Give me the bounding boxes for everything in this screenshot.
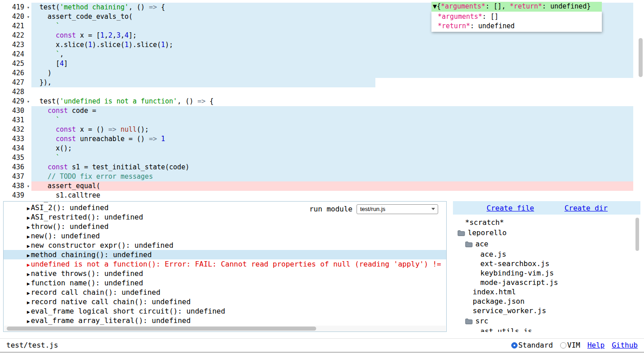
expand-triangle-icon[interactable]: ▶ (27, 262, 30, 268)
code-line[interactable]: 436 const s1 = test_initial_state(code) (0, 163, 633, 172)
code-line[interactable]: 434 x(); (0, 144, 633, 153)
file-item[interactable]: package.json (453, 297, 640, 306)
expand-triangle-icon[interactable]: ▶ (27, 300, 30, 306)
radio-icon[interactable] (511, 342, 518, 349)
results-hscroll-thumb[interactable] (7, 327, 316, 331)
test-result-item[interactable]: ▶undefined is not a function(): Error: F… (4, 259, 446, 269)
code-token: { (205, 97, 213, 105)
code-token: assert_equal( (31, 182, 100, 190)
code-token (31, 22, 56, 30)
file-item[interactable]: keybinding-vim.js (453, 268, 640, 278)
code-token: const (56, 135, 76, 143)
file-item[interactable]: service_worker.js (453, 306, 640, 315)
line-number: 432 (0, 125, 31, 134)
line-number: 429▾ (0, 97, 31, 106)
code-token (31, 125, 56, 133)
code-token (31, 154, 56, 162)
code-line[interactable]: 427 }), (0, 78, 633, 87)
test-result-item[interactable]: ▶method chaining(): undefined (4, 250, 446, 259)
code-token: ` (56, 22, 60, 30)
code-line[interactable]: 431 ` (0, 116, 633, 125)
expand-triangle-icon[interactable]: ▶ (27, 319, 30, 324)
tree-item-label: ext-searchbox.js (480, 259, 549, 268)
expand-triangle-icon[interactable]: ▶ (27, 281, 30, 287)
code-token: const (48, 107, 68, 115)
code-line[interactable]: 422 const x = [1,2,3,4]; (0, 31, 633, 40)
code-token: , () (177, 97, 197, 105)
test-result-label: record native call chain(): undefined (31, 297, 191, 306)
results-hscroll-track[interactable] (4, 326, 446, 331)
file-item[interactable]: index.html (453, 287, 640, 297)
test-result-item[interactable]: ▶eval_frame logical short circuit(): und… (4, 306, 446, 316)
tooltip-value-row[interactable]: *arguments*: [] (438, 12, 602, 22)
expand-triangle-icon[interactable]: ▶ (27, 271, 30, 277)
code-line[interactable]: 423 x.slice(1).slice(1).slice(1); (0, 40, 633, 50)
expand-triangle-icon[interactable]: ▶ (27, 253, 30, 258)
fold-icon[interactable]: ▾ (27, 3, 30, 12)
code-line[interactable]: 432 const x = () => null(); (0, 125, 633, 134)
run-module-select[interactable]: test/run.js (357, 204, 438, 214)
code-line[interactable]: 424 `, (0, 50, 633, 59)
expand-triangle-icon[interactable]: ▶ (27, 290, 30, 296)
help-link[interactable]: Help (587, 341, 605, 349)
expand-triangle-icon[interactable]: ▶ (27, 215, 30, 221)
create-file-link[interactable]: Create file (487, 203, 534, 213)
run-module-select-wrap: test/run.js (357, 204, 438, 214)
code-token: [ (31, 60, 60, 68)
code-line[interactable]: 437 // TODO fix error messages (0, 172, 633, 181)
keybinding-radio-standard[interactable]: Standard (511, 341, 553, 349)
test-result-item[interactable]: ▶throw(): undefined (4, 222, 446, 231)
test-result-item[interactable]: ▶new constructor expr(): undefined (4, 241, 446, 250)
expand-triangle-icon[interactable]: ▶ (27, 309, 30, 315)
code-line[interactable]: 426 ) (0, 69, 633, 78)
folder-item[interactable]: src (453, 315, 640, 327)
code-token: null (121, 125, 137, 133)
value-tooltip-popup: *arguments*: []*return*: undefined (431, 12, 602, 32)
test-result-item[interactable]: ▶eval_frame array_literal(): undefined (4, 316, 446, 325)
test-result-item[interactable]: ▶function name(): undefined (4, 278, 446, 288)
github-link[interactable]: Github (612, 341, 638, 349)
tooltip-value-row[interactable]: *return*: undefined (438, 22, 602, 31)
file-tree-scrollbar[interactable] (635, 218, 639, 251)
create-dir-link[interactable]: Create dir (565, 203, 608, 213)
expand-triangle-icon[interactable]: ▶ (27, 234, 30, 240)
test-result-item[interactable]: ▶record call chain(): undefined (4, 288, 446, 297)
fold-icon[interactable]: ▾ (27, 181, 30, 191)
value-tooltip-header[interactable]: ▼{*arguments*: [], *return*: undefined} (431, 2, 602, 12)
file-item[interactable]: *scratch* (453, 218, 640, 227)
code-line[interactable]: 439 s1.calltree (0, 191, 633, 198)
code-line[interactable]: 438▾ assert_equal( (0, 181, 633, 191)
file-item[interactable]: ace.js (453, 250, 640, 259)
radio-icon[interactable] (560, 342, 566, 349)
test-result-label: function name(): undefined (31, 279, 143, 287)
keybinding-radio-vim[interactable]: VIM (560, 341, 580, 349)
file-item[interactable]: ext-searchbox.js (453, 259, 640, 268)
code-token: { (157, 3, 165, 11)
file-item[interactable]: ast_utils.js (453, 327, 640, 332)
code-line[interactable]: 430 const code = (0, 106, 633, 116)
code-line[interactable]: 428 (0, 87, 633, 97)
folder-item[interactable]: ace (453, 238, 640, 250)
code-token: const (48, 163, 68, 171)
code-editor[interactable]: 419▾ test('method chaining', () => {420▾… (0, 0, 644, 198)
expand-triangle-icon[interactable]: ▶ (27, 201, 30, 202)
test-result-item[interactable]: ▶native throws(): undefined (4, 269, 446, 278)
tree-item-label: index.html (473, 287, 516, 297)
code-line[interactable]: 429▾ test('undefined is not a function',… (0, 97, 633, 106)
expand-triangle-icon[interactable]: ▶ (27, 206, 30, 211)
test-result-item[interactable]: ▶record native call chain(): undefined (4, 297, 446, 306)
expand-triangle-icon[interactable]: ▶ (27, 224, 30, 230)
status-links: HelpGithub (587, 341, 638, 349)
expand-triangle-icon[interactable]: ▶ (27, 243, 30, 249)
code-line[interactable]: 433 const unreachable = () => 1 (0, 134, 633, 144)
code-token: *return* (438, 22, 470, 30)
fold-icon[interactable]: ▾ (27, 97, 30, 106)
code-line[interactable]: 425 [4] (0, 59, 633, 69)
code-line[interactable]: 435 ` (0, 153, 633, 163)
folder-item[interactable]: leporello (453, 227, 640, 238)
test-result-label: ASI_restrited(): undefined (31, 213, 143, 221)
editor-vertical-scrollbar[interactable] (639, 38, 643, 77)
file-item[interactable]: mode-javascript.js (453, 278, 640, 287)
fold-icon[interactable]: ▾ (27, 12, 30, 22)
test-result-item[interactable]: ▶new(): undefined (4, 231, 446, 241)
